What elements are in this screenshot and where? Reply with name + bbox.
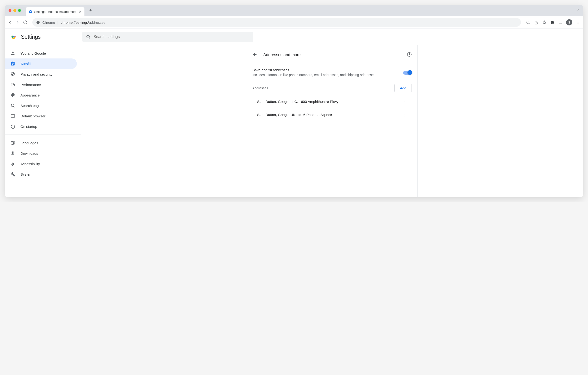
svg-point-0 bbox=[36, 21, 40, 24]
page-title: Addresses and more bbox=[263, 52, 301, 57]
clipboard-icon bbox=[10, 61, 15, 66]
address-text: Sam Dutton, Google LLC, 1600 Amphitheatr… bbox=[257, 100, 338, 104]
extensions-icon[interactable] bbox=[550, 20, 555, 25]
bookmark-icon[interactable] bbox=[542, 20, 547, 25]
search-settings[interactable] bbox=[82, 32, 253, 42]
sidebar-item-label: Autofill bbox=[21, 62, 31, 66]
address-menu-icon[interactable]: ⋮ bbox=[403, 112, 407, 117]
add-address-button[interactable]: Add bbox=[394, 84, 412, 92]
sidebar-item-label: Search engine bbox=[21, 104, 43, 108]
svg-line-17 bbox=[14, 106, 14, 107]
sidebar-item-label: Default browser bbox=[21, 114, 45, 118]
toggle-subtitle: Includes information like phone numbers,… bbox=[252, 73, 398, 77]
url-path-1: chrome:// bbox=[61, 20, 76, 24]
address-menu-icon[interactable]: ⋮ bbox=[403, 99, 407, 104]
sidebar-item-label: Appearance bbox=[21, 93, 40, 97]
maximize-window[interactable] bbox=[18, 9, 21, 12]
svg-line-15 bbox=[89, 38, 90, 39]
speed-icon bbox=[10, 82, 15, 87]
svg-marker-4 bbox=[543, 21, 546, 24]
profile-avatar[interactable]: S bbox=[566, 19, 572, 25]
window-controls bbox=[9, 9, 21, 12]
svg-point-13 bbox=[13, 36, 14, 38]
sidebar-item-system[interactable]: System bbox=[5, 169, 77, 179]
search-icon bbox=[86, 34, 91, 39]
globe-icon bbox=[10, 141, 15, 145]
sidebar-item-label: Languages bbox=[21, 141, 38, 145]
sidebar-item-privacy[interactable]: Privacy and security bbox=[5, 69, 77, 79]
search-icon bbox=[10, 103, 15, 108]
person-icon bbox=[10, 51, 15, 56]
url-protocol: Chrome bbox=[42, 20, 55, 24]
sidebar-item-search[interactable]: Search engine bbox=[5, 100, 77, 111]
sidebar-item-label: System bbox=[21, 172, 32, 176]
sidebar-item-label: Accessibility bbox=[21, 162, 40, 166]
power-icon bbox=[10, 124, 15, 129]
toggle-title: Save and fill addresses bbox=[252, 68, 398, 72]
download-icon bbox=[10, 151, 15, 156]
address-row[interactable]: Sam Dutton, Google UK Ltd, 6 Pancras Squ… bbox=[252, 108, 412, 121]
sidebar-item-label: Privacy and security bbox=[21, 72, 52, 76]
sidebar-item-label: Downloads bbox=[21, 151, 38, 155]
sidebar-item-label: On startup bbox=[21, 124, 37, 129]
forward-button[interactable] bbox=[15, 20, 20, 25]
close-window[interactable] bbox=[9, 9, 11, 12]
sidebar-item-you-and-google[interactable]: You and Google bbox=[5, 48, 77, 59]
sidebar: You and Google Autofill Privacy and secu… bbox=[5, 45, 81, 197]
url-path-2: settings/ bbox=[76, 20, 89, 24]
sidebar-item-default-browser[interactable]: Default browser bbox=[5, 111, 77, 121]
minimize-window[interactable] bbox=[13, 9, 16, 12]
share-icon[interactable] bbox=[534, 20, 538, 25]
sidepanel-icon[interactable] bbox=[558, 20, 563, 25]
sidebar-item-label: You and Google bbox=[21, 51, 46, 55]
sidebar-item-performance[interactable]: Performance bbox=[5, 79, 77, 90]
address-bar[interactable]: Chrome | chrome://settings/addresses bbox=[32, 18, 521, 27]
svg-rect-5 bbox=[559, 21, 562, 23]
save-fill-toggle[interactable] bbox=[403, 71, 412, 75]
svg-point-16 bbox=[11, 104, 14, 107]
accessibility-icon bbox=[10, 161, 15, 166]
svg-point-1 bbox=[527, 21, 529, 23]
chrome-logo-icon bbox=[10, 34, 17, 40]
settings-title: Settings bbox=[21, 34, 41, 40]
sidebar-item-startup[interactable]: On startup bbox=[5, 121, 77, 132]
sidebar-item-accessibility[interactable]: Accessibility bbox=[5, 159, 77, 169]
svg-point-21 bbox=[12, 162, 13, 162]
zoom-icon[interactable] bbox=[526, 20, 530, 25]
svg-point-7 bbox=[578, 21, 578, 22]
sidebar-item-downloads[interactable]: Downloads bbox=[5, 148, 77, 159]
help-icon[interactable] bbox=[407, 52, 412, 58]
search-settings-input[interactable] bbox=[94, 35, 250, 39]
svg-line-2 bbox=[529, 23, 530, 24]
wrench-icon bbox=[10, 172, 15, 177]
site-info-icon[interactable] bbox=[36, 20, 40, 24]
address-row[interactable]: Sam Dutton, Google LLC, 1600 Amphitheatr… bbox=[252, 95, 412, 108]
shield-icon bbox=[10, 72, 15, 77]
address-text: Sam Dutton, Google UK Ltd, 6 Pancras Squ… bbox=[257, 113, 332, 117]
settings-icon bbox=[29, 10, 32, 14]
tabs-dropdown-icon[interactable] bbox=[576, 8, 579, 13]
sidebar-item-autofill[interactable]: Autofill bbox=[5, 59, 77, 69]
url-path-3: addresses bbox=[89, 20, 105, 24]
new-tab-button[interactable]: + bbox=[87, 7, 94, 14]
tab-title: Settings - Addresses and more bbox=[34, 10, 77, 14]
back-arrow-button[interactable] bbox=[252, 52, 258, 58]
browser-window: Settings - Addresses and more ✕ + Chrome… bbox=[5, 5, 583, 197]
save-fill-toggle-row: Save and fill addresses Includes informa… bbox=[247, 64, 418, 81]
toolbar: Chrome | chrome://settings/addresses S bbox=[5, 16, 583, 29]
menu-icon[interactable] bbox=[576, 20, 580, 25]
titlebar: Settings - Addresses and more ✕ + bbox=[5, 5, 583, 16]
sidebar-item-languages[interactable]: Languages bbox=[5, 138, 77, 148]
sidebar-divider bbox=[5, 134, 81, 135]
sidebar-item-appearance[interactable]: Appearance bbox=[5, 90, 77, 100]
svg-point-14 bbox=[87, 35, 89, 38]
browser-icon bbox=[10, 114, 15, 118]
browser-tab[interactable]: Settings - Addresses and more ✕ bbox=[26, 7, 84, 16]
back-button[interactable] bbox=[8, 20, 12, 25]
close-tab-icon[interactable]: ✕ bbox=[78, 10, 82, 14]
settings-header: Settings bbox=[5, 29, 583, 45]
svg-point-9 bbox=[578, 23, 578, 24]
sidebar-item-label: Performance bbox=[21, 83, 41, 87]
reload-button[interactable] bbox=[23, 20, 28, 25]
palette-icon bbox=[10, 93, 15, 97]
